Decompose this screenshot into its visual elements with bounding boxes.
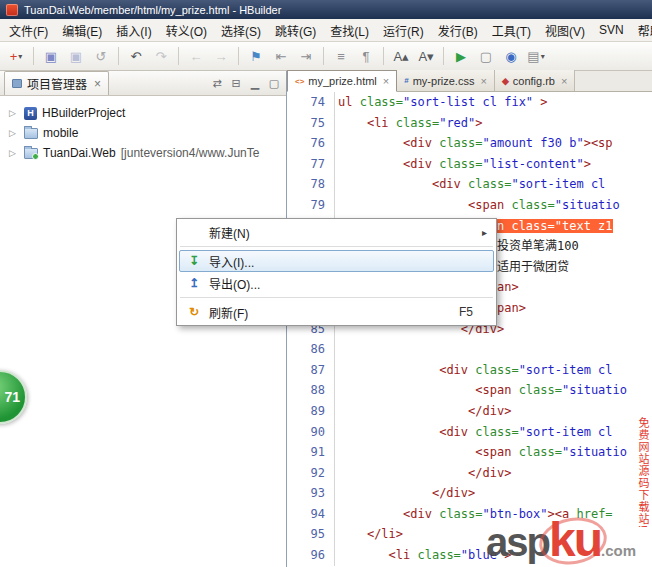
line-number: 91 [287,442,335,463]
refresh-file-icon[interactable]: ↺ [89,45,113,68]
context-menu-item-新建(N)[interactable]: 新建(N)▸ [179,221,494,243]
code-token: "list-content" [483,157,584,171]
menubar-item-插入(I)[interactable]: 插入(I) [109,19,158,42]
menubar-item-发行(B)[interactable]: 发行(B) [431,19,485,42]
menubar-item-帮助[interactable]: 帮助 [631,19,652,42]
menubar-item-查找(L)[interactable]: 查找(L) [323,19,376,42]
code-line-91[interactable]: 91 <span class="situatio [287,442,652,463]
menu-item-label: 导出(O)... [209,275,260,292]
run-icon[interactable]: ▶ [449,45,473,68]
line-number: 93 [287,483,335,504]
nav-back-icon[interactable]: ← [184,45,208,68]
code-token: class= [439,507,482,521]
next-mark-icon[interactable]: ⇥ [294,45,318,68]
reformat-icon[interactable]: ≡ [329,45,353,68]
code-line-93[interactable]: 93 </div> [287,483,652,504]
code-line-92[interactable]: 92 </div> [287,463,652,484]
previous-mark-icon[interactable]: ⇤ [269,45,293,68]
save-icon[interactable]: ▣ [39,45,63,68]
code-line-79[interactable]: 79 <span class="situatio [287,195,652,216]
toolbar-separator [383,47,384,65]
code-token: class= [396,116,439,130]
menu-separator [180,246,493,247]
code-token: "amount f30 b" [483,136,584,150]
tab-my_prize.html[interactable]: <>my_prize.html× [287,70,397,92]
font-decrease-icon[interactable]: A▾ [414,45,438,68]
minimize-view-icon[interactable]: ▁ [247,77,263,90]
code-text: <div class="sort-item cl [335,360,613,381]
code-token: ul [338,95,360,109]
menubar-item-跳转(G)[interactable]: 跳转(G) [268,19,323,42]
maximize-view-icon[interactable]: ▢ [266,77,282,90]
code-line-77[interactable]: 77 <div class="list-content"> [287,154,652,175]
folder-icon [24,128,38,139]
menubar-item-视图(V)[interactable]: 视图(V) [538,19,592,42]
menubar-item-SVN[interactable]: SVN [592,20,631,40]
code-line-88[interactable]: 88 <span class="situatio [287,380,652,401]
menubar-item-转义(O)[interactable]: 转义(O) [159,19,214,42]
html-file-icon: <> [295,77,304,86]
new-file-icon[interactable]: +▾ [4,45,28,68]
bookmark-icon[interactable]: ⚑ [244,45,268,68]
code-line-78[interactable]: 78 <div class="sort-item cl [287,174,652,195]
close-tab-icon[interactable]: × [383,75,389,87]
code-line-90[interactable]: 90 <div class="sort-item cl [287,422,652,443]
code-token: > [540,95,547,109]
code-editor[interactable]: 74ul class="sort-list cl fix" >75 <li cl… [287,92,652,567]
tree-item-mobile[interactable]: ▷mobile [0,123,286,143]
expand-arrow-icon[interactable]: ▷ [9,148,19,158]
tree-item-HBuilderProject[interactable]: ▷HHBuilderProject [0,103,286,123]
undo-icon[interactable]: ↶ [124,45,148,68]
close-panel-icon[interactable]: × [94,79,101,89]
toolbar-separator [443,47,444,65]
comment-icon[interactable]: ¶ [354,45,378,68]
watermark: asp ku .com [486,516,636,565]
menubar-item-编辑(E)[interactable]: 编辑(E) [55,19,109,42]
menubar-item-运行(R)[interactable]: 运行(R) [376,19,431,42]
line-number: 75 [287,113,335,134]
hbuilder-logo-icon [6,4,18,16]
browser-icon[interactable]: ◉ [499,45,523,68]
code-text: <div class="amount f30 b"><sp [335,133,613,154]
menubar-item-工具(T)[interactable]: 工具(T) [485,19,538,42]
font-increase-icon[interactable]: A▴ [389,45,413,68]
css-file-icon: # [404,76,408,85]
code-line-87[interactable]: 87 <div class="sort-item cl [287,360,652,381]
link-with-editor-icon[interactable]: ⇄ [209,77,225,90]
watermark-com: .com [601,542,636,559]
menubar-item-文件(F)[interactable]: 文件(F) [2,19,55,42]
nav-forward-icon[interactable]: → [209,45,233,68]
code-token: class= [439,136,482,150]
export-icon: ↥ [186,276,202,290]
code-line-76[interactable]: 76 <div class="amount f30 b"><sp [287,133,652,154]
code-line-86[interactable]: 86 [287,339,652,360]
menubar-item-选择(S)[interactable]: 选择(S) [214,19,268,42]
context-menu-item-导入(I)...[interactable]: ↧导入(I)... [179,250,494,272]
redo-icon[interactable]: ↷ [149,45,173,68]
code-line-74[interactable]: 74ul class="sort-list cl fix" > [287,92,652,113]
code-text: <span class="situatio [335,380,627,401]
save-all-icon[interactable]: ▣ [64,45,88,68]
close-tab-icon[interactable]: × [561,75,567,87]
context-menu-item-刷新(F)[interactable]: ↻刷新(F)F5 [179,301,494,323]
tab-my-prize.css[interactable]: #my-prize.css× [397,70,495,91]
code-token: <div [432,177,468,191]
code-token: <span [475,383,518,397]
line-number: 92 [287,463,335,484]
tree-item-label: TuanDai.Web [43,146,116,160]
line-number: 74 [287,92,335,113]
more-tools-icon[interactable]: ▤▾ [524,45,548,68]
tab-config.rb[interactable]: ◆config.rb× [495,70,576,91]
project-manager-tab[interactable]: 项目管理器 × [4,71,109,95]
close-tab-icon[interactable]: × [480,75,486,87]
expand-arrow-icon[interactable]: ▷ [9,108,19,118]
code-token: <span [468,198,511,212]
code-line-75[interactable]: 75 <li class="red"> [287,113,652,134]
code-line-89[interactable]: 89 </div> [287,401,652,422]
tree-item-TuanDai.Web[interactable]: ▷TuanDai.Web [junteversion4/www.JunTe [0,143,286,163]
terminal-icon[interactable]: ▢ [474,45,498,68]
import-icon: ↧ [186,254,202,268]
collapse-all-icon[interactable]: ⊟ [228,77,244,90]
context-menu-item-导出(O)...[interactable]: ↥导出(O)... [179,272,494,294]
expand-arrow-icon[interactable]: ▷ [9,128,19,138]
